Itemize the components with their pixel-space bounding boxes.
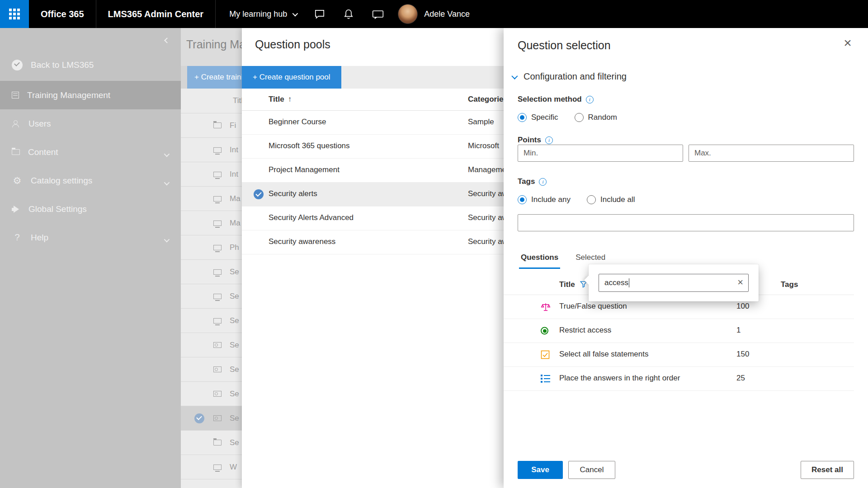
topbar-divider	[215, 0, 216, 28]
question-selection-panel: Question selection Configuration and fil…	[504, 28, 868, 488]
hub-selector[interactable]: My learning hub	[229, 9, 297, 19]
points-max-input[interactable]	[689, 145, 854, 162]
sidebar-item-label: Catalog settings	[31, 176, 92, 186]
pool-category: Security awareness	[468, 237, 504, 246]
pool-category: Security awareness	[468, 189, 504, 198]
training-type-icon	[213, 269, 222, 275]
pool-category: Microsoft	[468, 141, 499, 150]
training-row-title: Se	[230, 341, 239, 350]
office-365-brand[interactable]: Office 365	[41, 9, 84, 19]
info-icon[interactable]	[539, 178, 547, 186]
radio-random[interactable]: Random	[575, 113, 617, 122]
chevron-down-icon	[164, 235, 168, 244]
question-title: True/False question	[559, 302, 627, 311]
question-pool-row[interactable]: Project Management Management	[242, 159, 504, 183]
training-type-icon	[213, 465, 222, 470]
question-pool-row[interactable]: Beginner Course Sample	[242, 111, 504, 135]
training-type-icon	[213, 391, 222, 397]
sidebar-item-icon	[12, 149, 20, 155]
selection-method-options: Specific Random	[518, 113, 617, 122]
configuration-section-toggle[interactable]: Configuration and filtering	[512, 71, 627, 82]
question-pool-row[interactable]: Security Alerts Advanced Security awaren…	[242, 206, 504, 230]
questions-table: True/False question 100 Restrict access …	[504, 295, 854, 391]
topbar-divider	[96, 0, 96, 28]
office-top-bar: Office 365 LMS365 Admin Center My learni…	[0, 0, 868, 28]
app-launcher-button[interactable]	[0, 0, 29, 28]
question-row[interactable]: Restrict access 1	[504, 319, 854, 343]
question-row[interactable]: Place the answers in the right order 25	[504, 367, 854, 391]
notifications-bell-icon[interactable]	[343, 8, 354, 20]
pool-title: Security alerts	[269, 189, 317, 198]
sidebar-item-icon	[12, 232, 23, 243]
tags-input[interactable]	[518, 214, 854, 231]
pools-sort-title[interactable]: Title	[269, 95, 292, 104]
single-choice-question-icon	[541, 327, 548, 335]
pools-toolbar: + Create question pool	[242, 66, 504, 89]
chevron-down-icon	[511, 73, 518, 79]
points-min-input[interactable]	[518, 145, 683, 162]
question-pool-row[interactable]: Security alerts Security awareness	[242, 183, 504, 206]
sidebar-item[interactable]: Catalog settings	[0, 166, 181, 195]
question-pool-row[interactable]: Security awareness Security awareness	[242, 230, 504, 254]
training-type-icon	[213, 147, 222, 153]
sidebar-back-link[interactable]: Back to LMS365	[0, 52, 181, 78]
question-row[interactable]: Select all false statements 150	[504, 343, 854, 367]
training-row-title: Se	[230, 365, 239, 374]
selected-check-icon	[194, 413, 204, 423]
tags-options: Include any Include all	[518, 195, 635, 204]
pool-category: Sample	[468, 117, 494, 127]
training-type-icon	[213, 342, 222, 348]
sidebar-item[interactable]: Training Management	[0, 81, 181, 109]
panel-title: Question pools	[255, 38, 330, 51]
admin-center-title[interactable]: LMS365 Admin Center	[108, 9, 204, 19]
tab-questions[interactable]: Questions	[519, 250, 560, 269]
training-row-title: Ma	[230, 219, 241, 228]
radio-include-all[interactable]: Include all	[587, 195, 635, 204]
question-pools-panel: Question pools + Create question pool Ti…	[242, 28, 504, 488]
info-icon[interactable]	[545, 136, 553, 144]
close-icon[interactable]	[840, 36, 855, 52]
sidebar-item[interactable]: Content	[0, 138, 181, 166]
reset-all-button[interactable]: Reset all	[801, 461, 854, 479]
question-title: Restrict access	[559, 326, 611, 335]
create-question-pool-button[interactable]: + Create question pool	[242, 66, 341, 89]
truefalse-question-icon	[541, 302, 551, 312]
radio-specific[interactable]: Specific	[518, 113, 558, 122]
sidebar-item[interactable]: Global Settings	[0, 195, 181, 223]
training-type-icon	[213, 122, 222, 128]
avatar[interactable]	[398, 4, 418, 24]
training-row-title: Se	[230, 267, 239, 277]
chat-icon[interactable]	[314, 8, 326, 20]
training-row-title: Se	[230, 414, 239, 423]
radio-include-any[interactable]: Include any	[518, 195, 571, 204]
training-type-icon	[213, 196, 222, 202]
sidebar-item-icon	[12, 206, 20, 213]
user-name: Adele Vance	[424, 9, 470, 19]
sidebar-item-label: Global Settings	[28, 204, 87, 214]
pools-table-header: Title Categories	[242, 89, 504, 111]
save-button[interactable]: Save	[518, 461, 563, 479]
pool-category: Management	[468, 165, 504, 174]
pool-title: Beginner Course	[269, 117, 326, 127]
training-row-title: Se	[230, 438, 239, 447]
radio-selected-icon	[518, 113, 527, 122]
cancel-button[interactable]: Cancel	[568, 461, 615, 479]
info-icon[interactable]	[586, 96, 594, 103]
checkbox-question-icon	[541, 350, 550, 359]
question-points: 25	[736, 374, 745, 383]
filter-search-input[interactable]: access	[599, 274, 749, 292]
pool-title: Security Alerts Advanced	[269, 213, 354, 222]
clear-filter-icon[interactable]	[737, 277, 743, 287]
training-row-title: W	[230, 463, 237, 472]
feedback-icon[interactable]	[372, 8, 384, 20]
question-points: 1	[736, 326, 741, 335]
sidebar-item[interactable]: Help	[0, 223, 181, 252]
question-title: Place the answers in the right order	[559, 374, 680, 383]
collapse-sidebar-icon[interactable]	[165, 36, 169, 44]
radio-unselected-icon	[575, 113, 584, 122]
training-row-title: Se	[230, 292, 239, 301]
chevron-down-icon	[164, 149, 168, 159]
sidebar-item[interactable]: Users	[0, 109, 181, 138]
question-pool-row[interactable]: Microsoft 365 questions Microsoft	[242, 135, 504, 159]
ordered-list-question-icon	[541, 374, 551, 383]
